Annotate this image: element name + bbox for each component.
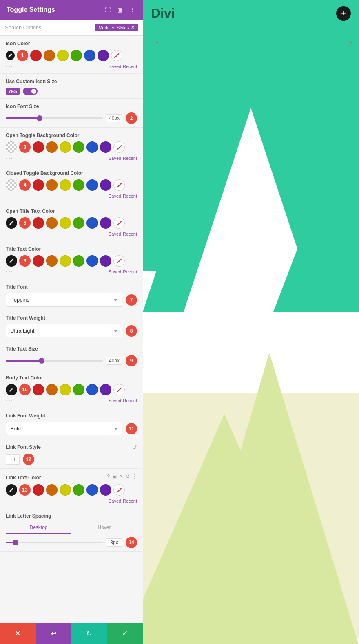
color-yellow-1[interactable] (57, 50, 69, 61)
color-purple-3[interactable] (100, 141, 111, 153)
color-green-1[interactable] (71, 50, 82, 61)
monitor-icon[interactable]: ▣ (112, 474, 117, 479)
title-text-color-saved[interactable]: Saved (109, 269, 121, 274)
link-font-style-tt-btn[interactable]: TT (6, 454, 20, 465)
color-yellow-10[interactable] (60, 384, 71, 395)
color-red-6[interactable] (33, 255, 44, 267)
icon-color-recent[interactable]: Recent (123, 64, 137, 69)
link-text-color-recent[interactable]: Recent (123, 498, 137, 503)
color-green-13[interactable] (73, 484, 84, 496)
color-clear-4[interactable] (113, 179, 125, 191)
open-title-color-dots[interactable]: ··· (6, 230, 13, 238)
color-red-13[interactable] (33, 484, 44, 496)
open-toggle-bg-recent[interactable]: Recent (123, 156, 137, 161)
closed-toggle-bg-saved[interactable]: Saved (109, 194, 121, 198)
color-green-3[interactable] (73, 141, 84, 153)
color-clear-13[interactable] (113, 484, 125, 496)
color-clear-5[interactable] (113, 217, 125, 229)
color-blue-10[interactable] (86, 384, 98, 395)
body-text-color-dots[interactable]: ··· (6, 397, 13, 404)
color-green-10[interactable] (73, 384, 84, 395)
color-yellow-5[interactable] (60, 217, 71, 229)
color-yellow-4[interactable] (60, 179, 71, 191)
fullscreen-icon[interactable]: ⛶ (104, 6, 112, 14)
color-purple-6[interactable] (100, 255, 111, 267)
title-text-size-thumb[interactable] (39, 358, 44, 364)
link-text-color-swatch[interactable] (6, 484, 17, 496)
color-blue-4[interactable] (86, 179, 98, 191)
icon-font-size-track[interactable] (6, 117, 103, 119)
more-icon[interactable]: ⋮ (128, 6, 136, 14)
icon-color-dots[interactable]: ··· (6, 63, 13, 70)
tab-hover[interactable]: Hover (71, 522, 137, 534)
color-red-4[interactable] (33, 179, 44, 191)
color-red-1[interactable] (30, 50, 42, 61)
redo-button[interactable]: ↻ (71, 623, 107, 644)
color-yellow-13[interactable] (60, 484, 71, 496)
color-orange-5[interactable] (46, 217, 58, 229)
open-title-color-swatch[interactable] (6, 217, 17, 229)
open-title-color-saved[interactable]: Saved (109, 232, 121, 236)
title-font-weight-select[interactable]: Ultra Light (6, 324, 122, 337)
open-toggle-bg-dots[interactable]: ··· (6, 154, 13, 162)
color-blue-3[interactable] (86, 141, 98, 153)
title-text-size-value[interactable]: 40px (106, 357, 122, 365)
color-purple-4[interactable] (100, 179, 111, 191)
title-text-color-swatch[interactable] (6, 255, 17, 267)
color-orange-3[interactable] (46, 141, 58, 153)
color-purple-10[interactable] (100, 384, 111, 395)
undo-button[interactable]: ↩ (36, 623, 72, 644)
title-font-select[interactable]: Poppins (6, 293, 122, 307)
confirm-button[interactable]: ✓ (107, 623, 143, 644)
badge-close-icon[interactable]: ✕ (131, 25, 135, 30)
color-clear-10[interactable] (113, 384, 125, 395)
color-green-5[interactable] (73, 217, 84, 229)
color-clear-1[interactable] (111, 50, 122, 61)
layout-icon[interactable]: ▣ (116, 6, 124, 14)
add-button[interactable]: + (336, 6, 351, 21)
title-text-color-dots[interactable]: ··· (6, 268, 13, 276)
body-text-color-swatch[interactable] (6, 384, 17, 395)
color-blue-5[interactable] (86, 217, 98, 229)
reset-icon[interactable]: ↺ (126, 474, 130, 479)
icon-color-saved[interactable]: Saved (109, 64, 121, 69)
color-purple-13[interactable] (100, 484, 111, 496)
open-toggle-bg-saved[interactable]: Saved (109, 156, 121, 161)
color-clear-6[interactable] (113, 255, 125, 267)
modified-styles-badge[interactable]: Modified Styles ✕ (95, 24, 138, 31)
closed-toggle-bg-dots[interactable]: ··· (6, 192, 13, 200)
closed-toggle-bg-recent[interactable]: Recent (123, 194, 137, 198)
cancel-button[interactable]: ✕ (0, 623, 36, 644)
closed-toggle-bg-swatch[interactable] (6, 179, 17, 191)
color-yellow-3[interactable] (60, 141, 71, 153)
color-orange-1[interactable] (44, 50, 55, 61)
color-blue-6[interactable] (86, 255, 98, 267)
link-letter-spacing-thumb[interactable] (13, 540, 18, 545)
title-text-color-recent[interactable]: Recent (123, 269, 137, 274)
open-toggle-bg-swatch[interactable] (6, 141, 17, 153)
kebab-icon[interactable]: ⋮ (132, 474, 137, 479)
icon-font-size-value[interactable]: 40px (106, 114, 122, 122)
body-text-color-saved[interactable]: Saved (109, 398, 121, 403)
cursor-icon[interactable]: ↖ (119, 474, 123, 479)
open-title-color-recent[interactable]: Recent (123, 232, 137, 236)
color-orange-10[interactable] (46, 384, 58, 395)
link-text-color-saved[interactable]: Saved (109, 498, 121, 503)
color-purple-1[interactable] (98, 50, 109, 61)
toggle-switch[interactable] (23, 88, 38, 95)
tab-desktop[interactable]: Desktop (6, 522, 71, 534)
color-orange-6[interactable] (46, 255, 58, 267)
link-letter-spacing-track[interactable] (6, 542, 103, 543)
title-text-size-track[interactable] (6, 360, 103, 362)
search-placeholder[interactable]: Search Options (5, 24, 42, 31)
color-green-4[interactable] (73, 179, 84, 191)
link-font-style-reset[interactable]: ↺ (132, 444, 137, 450)
link-text-color-dots[interactable]: ··· (6, 497, 13, 505)
color-orange-13[interactable] (46, 484, 58, 496)
body-text-color-recent[interactable]: Recent (123, 398, 137, 403)
question-icon[interactable]: ? (107, 474, 110, 479)
color-red-5[interactable] (33, 217, 44, 229)
color-green-6[interactable] (73, 255, 84, 267)
color-orange-4[interactable] (46, 179, 58, 191)
color-blue-13[interactable] (86, 484, 98, 496)
